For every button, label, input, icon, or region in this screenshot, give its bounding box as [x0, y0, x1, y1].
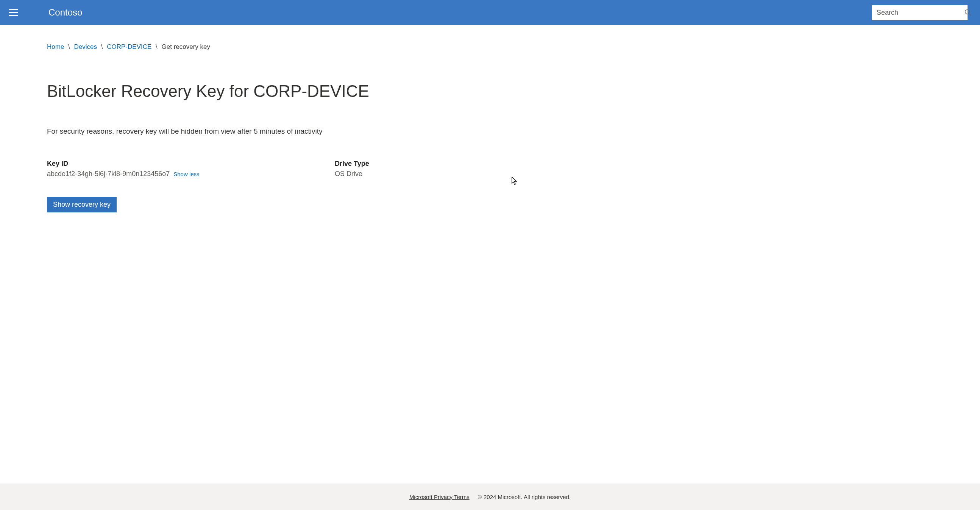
drive-type-label: Drive Type: [335, 160, 369, 168]
breadcrumb-home[interactable]: Home: [47, 43, 64, 50]
header: Contoso: [0, 0, 980, 25]
breadcrumb-separator: \: [101, 43, 103, 50]
details-section: Key ID abcde1f2-34gh-5i6j-7kl8-9m0n12345…: [47, 160, 933, 178]
drive-type-column: Drive Type OS Drive: [335, 160, 369, 178]
key-id-value: abcde1f2-34gh-5i6j-7kl8-9m0n123456o7: [47, 170, 170, 178]
key-id-column: Key ID abcde1f2-34gh-5i6j-7kl8-9m0n12345…: [47, 160, 335, 178]
brand-name: Contoso: [48, 7, 82, 18]
breadcrumb: Home \ Devices \ CORP-DEVICE \ Get recov…: [47, 43, 933, 51]
show-less-link[interactable]: Show less: [173, 171, 199, 177]
show-recovery-key-button[interactable]: Show recovery key: [47, 197, 117, 213]
header-left: Contoso: [8, 7, 82, 18]
breadcrumb-corp-device[interactable]: CORP-DEVICE: [107, 43, 151, 50]
breadcrumb-separator: \: [156, 43, 158, 50]
search-input[interactable]: [877, 9, 964, 17]
footer: Microsoft Privacy Terms © 2024 Microsoft…: [0, 483, 980, 510]
copyright-text: © 2024 Microsoft. All rights reserved.: [478, 494, 571, 500]
security-notice: For security reasons, recovery key will …: [47, 127, 933, 135]
breadcrumb-current: Get recovery key: [162, 43, 210, 50]
key-id-label: Key ID: [47, 160, 335, 168]
key-id-value-row: abcde1f2-34gh-5i6j-7kl8-9m0n123456o7 Sho…: [47, 170, 335, 178]
drive-type-value-row: OS Drive: [335, 170, 369, 178]
svg-line-1: [969, 14, 971, 16]
page-title: BitLocker Recovery Key for CORP-DEVICE: [47, 82, 933, 101]
breadcrumb-devices[interactable]: Devices: [74, 43, 97, 50]
drive-type-value: OS Drive: [335, 170, 363, 178]
search-icon[interactable]: [964, 9, 971, 16]
search-container[interactable]: [872, 5, 968, 20]
hamburger-menu-button[interactable]: [9, 9, 18, 16]
privacy-terms-link[interactable]: Microsoft Privacy Terms: [409, 494, 469, 500]
svg-point-0: [965, 10, 969, 14]
breadcrumb-separator: \: [68, 43, 70, 50]
main-content: Home \ Devices \ CORP-DEVICE \ Get recov…: [0, 25, 980, 483]
